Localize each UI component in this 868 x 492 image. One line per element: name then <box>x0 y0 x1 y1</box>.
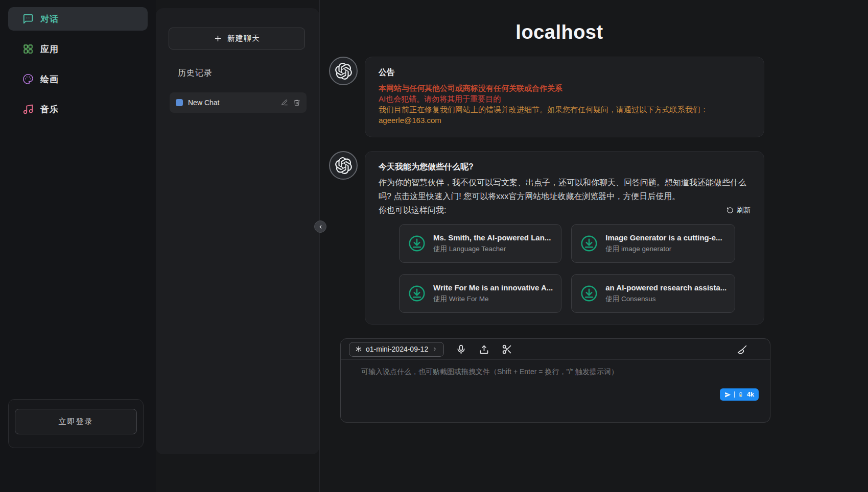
delete-icon[interactable] <box>293 99 300 106</box>
clear-context-button[interactable] <box>736 343 748 355</box>
badge-divider <box>734 391 735 398</box>
sidebar: 对话 应用 绘画 音乐 立即登录 <box>0 0 156 492</box>
composer: o1-mini-2024-09-12 <box>340 338 770 423</box>
download-circle-icon <box>580 284 598 303</box>
suggestion-subtitle: 使用 Consensus <box>605 294 726 304</box>
sidebar-item-chat[interactable]: 对话 <box>8 7 148 31</box>
suggestion-card[interactable]: Write For Me is an innovative A... 使用 Wr… <box>399 274 561 313</box>
upload-icon <box>479 344 489 355</box>
message-welcome: 今天我能为您做些什么呢? 作为你的智慧伙伴，我不仅可以写文案、出点子，还可以和你… <box>329 151 790 325</box>
microphone-icon <box>456 344 466 355</box>
suggestion-subtitle: 使用 Write For Me <box>433 294 553 304</box>
edit-icon[interactable] <box>281 99 288 106</box>
chevron-right-icon <box>432 346 438 352</box>
suggestion-title: Ms. Smith, the AI-powered Lan... <box>433 233 551 242</box>
welcome-body: 作为你的智慧伙伴，我不仅可以写文案、出点子，还可以和你聊天、回答问题。想知道我还… <box>379 176 750 203</box>
palette-icon <box>22 73 34 85</box>
suggestion-grid: Ms. Smith, the AI-powered Lan... 使用 Lang… <box>399 224 730 313</box>
chat-color-swatch <box>176 99 183 106</box>
assistant-avatar <box>329 151 358 180</box>
sidebar-item-label: 应用 <box>40 43 59 55</box>
announcement-line: AI也会犯错。请勿将其用于重要目的 <box>379 93 750 104</box>
chevron-left-icon <box>317 224 324 230</box>
sidebar-item-label: 音乐 <box>40 104 59 115</box>
login-panel: 立即登录 <box>8 399 144 448</box>
scissors-icon <box>502 344 512 355</box>
download-circle-icon <box>408 234 426 253</box>
apps-grid-icon <box>22 43 34 55</box>
voice-input-button[interactable] <box>455 343 467 355</box>
send-token-badge[interactable]: 4k <box>720 388 759 401</box>
assistant-avatar <box>329 57 358 85</box>
model-selector[interactable]: o1-mini-2024-09-12 <box>349 342 444 357</box>
suggestion-subtitle: 使用 image generator <box>605 244 722 254</box>
suggestion-title: Image Generator is a cutting-e... <box>605 233 722 242</box>
ask-hint: 你也可以这样问我: <box>379 203 446 217</box>
sparkle-icon <box>355 346 362 353</box>
upload-file-button[interactable] <box>478 343 490 355</box>
music-note-icon <box>22 104 34 115</box>
sidebar-nav: 对话 应用 绘画 音乐 <box>0 0 156 121</box>
model-name: o1-mini-2024-09-12 <box>366 345 428 353</box>
welcome-hint-row: 你也可以这样问我: 刷新 <box>379 203 750 217</box>
sidebar-item-label: 绘画 <box>40 73 59 85</box>
chat-history-item[interactable]: New Chat <box>170 92 307 113</box>
page-title: localhost <box>329 21 790 43</box>
download-circle-icon <box>408 284 426 303</box>
announcement-line: 本网站与任何其他公司或商标没有任何关联或合作关系 <box>379 83 750 93</box>
send-icon <box>724 391 731 398</box>
screenshot-button[interactable] <box>501 343 513 355</box>
refresh-icon <box>726 207 734 214</box>
announcement-line: 我们目前正在修复我们网站上的错误并改进细节。如果您有任何疑问，请通过以下方式联系… <box>379 104 750 115</box>
chat-main: localhost 公告 本网站与任何其他公司或商标没有任何关联或合作关系 AI… <box>320 0 790 492</box>
suggestion-title: an AI-powered research assista... <box>605 283 726 292</box>
announcement-title: 公告 <box>379 67 750 78</box>
refresh-suggestions-button[interactable]: 刷新 <box>726 206 750 215</box>
chat-icon <box>22 13 34 24</box>
sidebar-item-paint[interactable]: 绘画 <box>8 67 148 91</box>
new-chat-button[interactable]: 新建聊天 <box>169 28 305 50</box>
suggestion-card[interactable]: Ms. Smith, the AI-powered Lan... 使用 Lang… <box>399 224 561 263</box>
download-circle-icon <box>580 234 598 253</box>
welcome-bubble: 今天我能为您做些什么呢? 作为你的智慧伙伴，我不仅可以写文案、出点子，还可以和你… <box>365 151 764 325</box>
login-button[interactable]: 立即登录 <box>15 409 137 434</box>
app-window: 对话 应用 绘画 音乐 立即登录 <box>0 0 868 492</box>
collapse-sidebar-button[interactable] <box>314 220 326 233</box>
suggestion-card[interactable]: Image Generator is a cutting-e... 使用 ima… <box>571 224 735 263</box>
refresh-label: 刷新 <box>737 206 750 215</box>
composer-toolbar: o1-mini-2024-09-12 <box>341 339 770 360</box>
message-announcement: 公告 本网站与任何其他公司或商标没有任何关联或合作关系 AI也会犯错。请勿将其用… <box>329 57 790 137</box>
openai-logo-icon <box>335 157 352 174</box>
sidebar-item-label: 对话 <box>40 13 59 25</box>
chat-item-actions <box>281 99 300 106</box>
openai-logo-icon <box>335 63 352 80</box>
suggestion-subtitle: 使用 Language Teacher <box>433 244 551 254</box>
new-chat-label: 新建聊天 <box>227 34 260 43</box>
contact-email-link[interactable]: ageerle@163.com <box>379 115 441 126</box>
suggestion-title: Write For Me is an innovative A... <box>433 283 553 292</box>
token-count: 4k <box>747 391 754 398</box>
battery-icon <box>738 391 744 398</box>
suggestion-card[interactable]: an AI-powered research assista... 使用 Con… <box>571 274 735 313</box>
welcome-title: 今天我能为您做些什么呢? <box>379 162 750 173</box>
chat-list-panel: 新建聊天 历史记录 New Chat <box>156 8 319 454</box>
broom-icon <box>737 344 748 355</box>
sidebar-item-apps[interactable]: 应用 <box>8 37 148 61</box>
announcement-bubble: 公告 本网站与任何其他公司或商标没有任何关联或合作关系 AI也会犯错。请勿将其用… <box>365 57 764 137</box>
message-input[interactable] <box>341 360 770 422</box>
history-title: 历史记录 <box>178 68 307 79</box>
plus-icon <box>214 34 222 43</box>
chat-item-title: New Chat <box>188 99 276 107</box>
sidebar-item-music[interactable]: 音乐 <box>8 97 148 121</box>
